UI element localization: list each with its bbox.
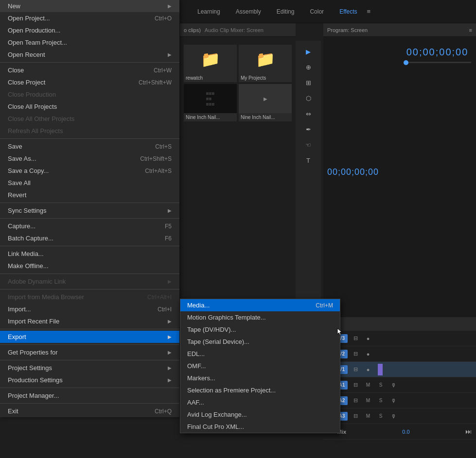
selection-tool-icon[interactable]: ▶ [300,45,316,58]
track-a2-sync-icon[interactable]: ⊟ [351,396,360,405]
menu-item-close-other: Close All Other Projects [0,113,179,125]
menu-item-link-media[interactable]: Link Media... [0,248,179,260]
track-a1-m-btn[interactable]: M [363,381,373,390]
menu-item-batch-capture[interactable]: Batch Capture... F6 [0,232,179,244]
track-v3-sync-icon[interactable]: ⊟ [351,334,360,343]
track-v2-sync-icon[interactable]: ⊟ [351,350,360,358]
tab-effects[interactable]: Effects [332,4,365,19]
menu-item-make-offline[interactable]: Make Offline... [0,260,179,272]
submenu-item-edl[interactable]: EDL... [180,348,340,360]
menu-item-save[interactable]: Save Ctrl+S [0,140,179,153]
export-submenu: Media... Ctrl+M Motion Graphics Template… [180,299,340,433]
project-panel-content: 📁 rewatch 📁 My Projects ≡≡≡≡≡≡≡≡ Nine In… [180,41,296,317]
track-a2-m-btn[interactable]: M [363,396,373,405]
track-mix-end-icon[interactable]: ⏭ [464,427,473,436]
menu-item-capture[interactable]: Capture... F5 [0,220,179,232]
project-preview-nin1: ≡≡≡≡≡≡≡≡ [204,89,217,109]
submenu-item-markers[interactable]: Markers... [180,372,340,384]
menu-item-close-project[interactable]: Close Project Ctrl+Shift+W [0,76,179,88]
menu-item-open-recent[interactable]: Open Recent ▶ [0,49,179,61]
menu-item-open-production[interactable]: Open Production... [0,24,179,36]
menu-item-open-project[interactable]: Open Project... Ctrl+O [0,12,179,24]
tab-editing[interactable]: Editing [269,4,302,19]
menu-item-import-recent[interactable]: Import Recent File ▶ [0,315,179,327]
menu-arrow-project-settings: ▶ [168,365,172,371]
program-panel-header: Program: Screen ≡ [323,23,476,37]
menu-item-project-manager[interactable]: Project Manager... [0,390,179,402]
submenu-item-final-cut[interactable]: Final Cut Pro XML... [180,421,340,433]
submenu-item-omf[interactable]: OMF... [180,360,340,372]
project-item-myprojects[interactable]: 📁 My Projects [239,45,292,82]
program-scrubber-thumb[interactable] [404,60,408,65]
menu-item-get-properties[interactable]: Get Properties for ▶ [0,346,179,358]
tab-learning[interactable]: Learning [190,4,228,19]
menu-item-revert[interactable]: Revert [0,189,179,201]
menu-item-save-all[interactable]: Save All [0,177,179,189]
slip-icon[interactable]: ⇔ [300,107,316,120]
menu-item-save-copy[interactable]: Save a Copy... Ctrl+Alt+S [0,165,179,177]
menu-label-open-production: Open Production... [8,27,60,34]
source-panel-header: o clips) Audio Clip Mixer: Screen [180,23,296,37]
submenu-item-aaf[interactable]: AAF... [180,396,340,408]
menu-label-revert: Revert [8,191,26,199]
submenu-item-tape-dv[interactable]: Tape (DV/HDV)... [180,323,340,336]
menu-item-close-all[interactable]: Close All Projects [0,101,179,113]
track-a3-m-btn[interactable]: M [363,412,373,421]
workspace-menu-icon[interactable]: ≡ [367,8,371,15]
track-a3-sync-icon[interactable]: ⊟ [351,412,360,421]
menu-arrow-open-recent: ▶ [168,52,172,57]
track-v3-visibility-icon[interactable]: ● [363,334,373,343]
submenu-item-media[interactable]: Media... Ctrl+M [180,299,340,311]
track-a3-s-btn[interactable]: S [376,412,386,421]
project-item-nin1[interactable]: ≡≡≡≡≡≡≡≡ Nine Inch Nail... [184,84,237,121]
menu-item-close[interactable]: Close Ctrl+W [0,64,179,76]
menu-shortcut-batch-capture: F6 [165,235,172,242]
ripple-edit-icon[interactable]: ⊕ [300,60,316,74]
workspace-tabs: Learning Assembly Editing Color Effects … [190,4,370,19]
project-thumb-nin2: ▶ [239,84,292,113]
menu-item-import[interactable]: Import... Ctrl+I [0,303,179,315]
submenu-label-selection-pp: Selection as Premiere Project... [187,387,276,394]
menu-item-open-team[interactable]: Open Team Project... [0,36,179,49]
tab-assembly[interactable]: Assembly [228,4,269,19]
menu-label-sync-settings: Sync Settings [8,207,47,214]
track-v2-visibility-icon[interactable]: ● [363,350,373,358]
track-a1-sync-icon[interactable]: ⊟ [351,381,360,390]
menu-item-save-as[interactable]: Save As... Ctrl+Shift+S [0,153,179,165]
track-a1-mic-icon[interactable]: 🎙 [388,381,398,390]
pen-icon[interactable]: ✒ [300,122,316,136]
menu-item-new[interactable]: New ▶ [0,0,179,12]
track-lanes: 🔒 V3 ⊟ ● 🔒 V2 ⊟ ● 🔒 V1 ⊟ ● 🔒 A1 ⊟ M S 🎙 [323,331,476,458]
menu-item-exit[interactable]: Exit Ctrl+Q [0,405,179,417]
submenu-item-tape-serial[interactable]: Tape (Serial Device)... [180,336,340,348]
track-a3-mic-icon[interactable]: 🎙 [388,412,398,421]
menu-label-production-settings: Production Settings [8,376,63,384]
track-a2-s-btn[interactable]: S [376,396,386,405]
track-a2-mic-icon[interactable]: 🎙 [388,396,398,405]
submenu-label-markers: Markers... [187,374,215,382]
program-menu-icon[interactable]: ≡ [469,27,472,33]
sequence-timecode: 00;00;00;00 [327,167,470,177]
menu-item-project-settings[interactable]: Project Settings ▶ [0,362,179,374]
razor-icon[interactable]: ⬡ [300,91,316,105]
program-scrubber-track[interactable] [404,62,471,63]
menu-shortcut-save-copy: Ctrl+Alt+S [145,168,172,174]
track-v1-visibility-icon[interactable]: ● [363,365,373,374]
menu-label-get-properties: Get Properties for [8,349,58,356]
track-v1-sync-icon[interactable]: ⊟ [351,365,360,374]
hand-icon[interactable]: ☜ [300,138,316,152]
menu-shortcut-open-project: Ctrl+O [155,15,172,22]
menu-item-export[interactable]: Export ▶ [0,331,179,343]
track-select-icon[interactable]: ⊞ [300,76,316,89]
tab-color[interactable]: Color [302,4,332,19]
project-item-rewatch[interactable]: 📁 rewatch [184,45,237,82]
track-a1-s-btn[interactable]: S [376,381,386,390]
submenu-item-avid-log[interactable]: Avid Log Exchange... [180,408,340,421]
submenu-item-motion-graphics[interactable]: Motion Graphics Template... [180,311,340,323]
type-icon[interactable]: T [300,153,316,167]
menu-divider-7 [0,289,179,289]
menu-item-production-settings[interactable]: Production Settings ▶ [0,374,179,386]
project-item-nin2[interactable]: ▶ Nine Inch Nail... [239,84,292,121]
submenu-item-selection-pp[interactable]: Selection as Premiere Project... [180,384,340,396]
menu-item-sync-settings[interactable]: Sync Settings ▶ [0,204,179,217]
